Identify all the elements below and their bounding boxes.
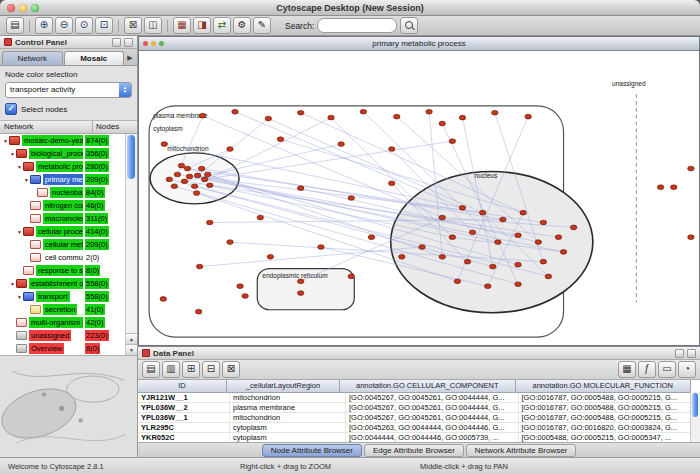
network-node[interactable] xyxy=(227,147,233,152)
disclosure-triangle-icon[interactable]: ▼ xyxy=(16,229,23,235)
frame-close-icon[interactable] xyxy=(143,41,148,46)
network-node[interactable] xyxy=(196,264,202,269)
table-row[interactable]: YKR052Ccytoplasm[GO:0044444, GO:0044446,… xyxy=(138,433,691,442)
window-titlebar[interactable]: Cytoscape Desktop (New Session) xyxy=(0,0,700,16)
scroll-up-button[interactable]: ▲ xyxy=(126,333,137,344)
vizmapper-icon[interactable]: ⚙ xyxy=(233,17,251,34)
column-header-cellularlayoutregion[interactable]: _cellularLayoutRegion xyxy=(227,380,340,392)
network-node[interactable] xyxy=(257,215,263,220)
function-builder-icon[interactable]: ƒ xyxy=(638,361,656,378)
network-node[interactable] xyxy=(454,279,460,284)
network-node[interactable] xyxy=(318,245,324,250)
network-node[interactable] xyxy=(469,230,475,235)
tree-item-macromolecule[interactable]: macromolecule...311(0) xyxy=(0,212,126,225)
network-node[interactable] xyxy=(186,174,192,179)
float-panel-button[interactable] xyxy=(112,38,121,47)
network-node[interactable] xyxy=(449,139,455,144)
control-panel-titlebar[interactable]: Control Panel xyxy=(0,36,137,49)
network-node[interactable] xyxy=(207,183,213,188)
network-node[interactable] xyxy=(195,309,201,314)
network-node[interactable] xyxy=(181,179,187,184)
zoom-fit-icon[interactable]: ⊡ xyxy=(95,17,113,34)
tab-network[interactable]: Network xyxy=(2,51,63,65)
network-canvas[interactable]: plasma membrane cytoplasm nucleus mitoch… xyxy=(139,51,699,345)
table-scrollbar[interactable] xyxy=(690,392,700,442)
tree-item-mosaic-demo-yeast[interactable]: ▼mosaic-demo-yeast874(0) xyxy=(0,134,126,147)
network-node[interactable] xyxy=(267,254,273,259)
network-node[interactable] xyxy=(161,142,167,147)
tree-item-nucleobase[interactable]: nucleobase...84(0) xyxy=(0,186,126,199)
table-row[interactable]: YPL036W__2plasma membrane[GO:0045267, GO… xyxy=(138,403,691,413)
network-node[interactable] xyxy=(670,185,676,190)
import-network-icon[interactable]: ⇄ xyxy=(213,17,231,34)
network-node[interactable] xyxy=(492,110,498,115)
network-node[interactable] xyxy=(184,166,190,171)
network-node[interactable] xyxy=(227,240,233,245)
attribute-matrix-icon[interactable]: ▦ xyxy=(618,361,636,378)
column-header-annotation-go-cellular-component[interactable]: annotation.GO CELLULAR_COMPONENT xyxy=(340,380,516,392)
tree-item-multi-organism-pro[interactable]: multi-organism pro...42(0) xyxy=(0,316,126,329)
column-header-annotation-go-molecular-function[interactable]: annotation.GO MOLECULAR_FUNCTION xyxy=(516,380,692,392)
unselect-attributes-icon[interactable]: ▥ xyxy=(162,361,180,378)
tree-item-cellular-metabo[interactable]: cellular metabo...209(0) xyxy=(0,238,126,251)
network-node[interactable] xyxy=(464,259,470,264)
network-node[interactable] xyxy=(171,184,177,189)
network-node[interactable] xyxy=(394,114,400,119)
network-node[interactable] xyxy=(265,116,271,121)
import-attributes-icon[interactable]: ▭ xyxy=(658,361,676,378)
network-node[interactable] xyxy=(360,109,366,114)
network-node[interactable] xyxy=(449,235,455,240)
network-node[interactable] xyxy=(160,297,166,302)
frame-zoom-icon[interactable] xyxy=(159,41,164,46)
disclosure-triangle-icon[interactable]: ▼ xyxy=(9,281,16,287)
network-node[interactable] xyxy=(205,172,211,177)
network-node[interactable] xyxy=(439,121,445,126)
network-node[interactable] xyxy=(515,262,521,267)
network-node[interactable] xyxy=(297,291,303,296)
table-row[interactable]: YLR295Ccytoplasm[GO:0045263, GO:0044444,… xyxy=(138,423,691,433)
network-node[interactable] xyxy=(297,186,303,191)
tree-item-metabolic-process[interactable]: ▼metabolic process280(0) xyxy=(0,160,126,173)
search-input[interactable] xyxy=(317,18,397,33)
tree-item-establishment-of-lo[interactable]: ▼establishment of lo...558(0) xyxy=(0,277,126,290)
annotation-icon[interactable]: ✎ xyxy=(253,17,271,34)
tree-item-transport[interactable]: ▼transport558(0) xyxy=(0,290,126,303)
delete-attribute-icon[interactable]: ⊟ xyxy=(202,361,220,378)
minimize-window-button[interactable] xyxy=(19,4,27,12)
network-frame-titlebar[interactable]: primary metabolic process xyxy=(139,37,699,51)
tab-overflow-arrow-icon[interactable] xyxy=(125,51,135,65)
network-node[interactable] xyxy=(166,177,172,182)
data-panel-titlebar[interactable]: Data Panel xyxy=(138,347,700,360)
network-node[interactable] xyxy=(232,109,238,114)
network-node[interactable] xyxy=(348,274,354,279)
tree-item-cell-communica[interactable]: cell communica...2(0) xyxy=(0,251,126,264)
network-node[interactable] xyxy=(191,184,197,189)
print-icon[interactable]: ▤ xyxy=(6,17,24,34)
network-node[interactable] xyxy=(368,235,374,240)
scroll-down-button[interactable]: ▼ xyxy=(126,344,137,355)
tree-item-response-to-stimul[interactable]: response to stimul...8(0) xyxy=(0,264,126,277)
tab-edge-attribute-browser[interactable]: Edge Attribute Browser xyxy=(364,444,464,457)
table-row[interactable]: YJR121W__1mitochondrion[GO:0045267, GO:0… xyxy=(138,393,691,403)
tree-item-nitrogen-compo[interactable]: nitrogen compo...46(0) xyxy=(0,199,126,212)
tab-node-attribute-browser[interactable]: Node Attribute Browser xyxy=(262,444,362,457)
tree-item-cellular-process[interactable]: ▼cellular process414(0) xyxy=(0,225,126,238)
tree-item-biological-process[interactable]: ▼biological_process356(0) xyxy=(0,147,126,160)
network-node[interactable] xyxy=(198,166,204,171)
scrollbar-thumb[interactable] xyxy=(127,135,135,179)
network-node[interactable] xyxy=(388,181,394,186)
disclosure-triangle-icon[interactable]: ▼ xyxy=(16,164,23,170)
network-node[interactable] xyxy=(688,235,694,240)
network-node[interactable] xyxy=(439,215,445,220)
close-window-button[interactable] xyxy=(7,4,15,12)
network-node[interactable] xyxy=(570,225,576,230)
network-node[interactable] xyxy=(399,254,405,259)
zoom-out-icon[interactable]: ⊖ xyxy=(55,17,73,34)
tree-scrollbar[interactable]: ▲ ▼ xyxy=(125,134,137,355)
table-row[interactable]: YPL036W__1mitochondrion[GO:0045267, GO:0… xyxy=(138,413,691,423)
network-node[interactable] xyxy=(535,240,541,245)
search-go-button[interactable] xyxy=(400,17,418,34)
network-node[interactable] xyxy=(540,259,546,264)
network-node[interactable] xyxy=(520,210,526,215)
network-node[interactable] xyxy=(515,282,521,287)
